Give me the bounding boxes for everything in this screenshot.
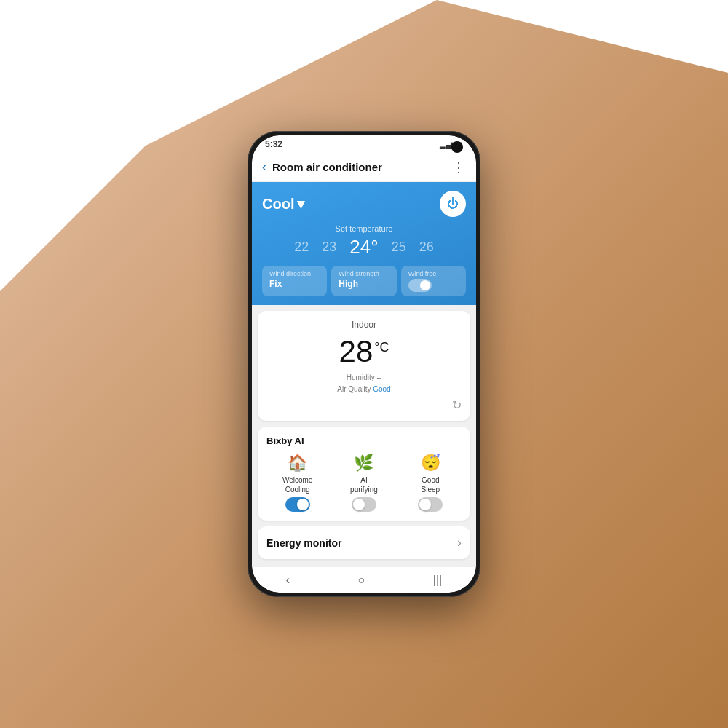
good-sleep-toggle-dot — [419, 499, 431, 510]
wind-free-label: Wind free — [408, 270, 459, 277]
air-quality-label: Air Quality — [337, 385, 373, 393]
indoor-temperature: 28 °C — [266, 334, 462, 369]
temp-26[interactable]: 26 — [419, 240, 434, 255]
ai-purifying-toggle[interactable] — [352, 497, 376, 512]
indoor-title: Indoor — [266, 320, 462, 330]
good-sleep-toggle[interactable] — [418, 497, 443, 512]
indoor-humidity: Humidity -- Air Quality Good — [266, 372, 462, 395]
page-title: Room air conditioner — [272, 161, 452, 173]
nav-back-button[interactable]: ‹ — [286, 574, 290, 587]
mode-text: Cool — [262, 196, 294, 213]
indoor-temp-value: 28 — [339, 334, 373, 369]
nav-recent-button[interactable]: ||| — [433, 574, 442, 587]
ai-purifying-toggle-dot — [353, 499, 365, 510]
welcome-cooling-label: WelcomeCooling — [282, 475, 313, 494]
bixby-feature-ai: 🌿 AIpurifying — [333, 454, 395, 512]
refresh-area: ↻ — [266, 398, 462, 412]
wind-free-toggle-dot — [420, 280, 430, 290]
status-time: 5:32 — [265, 139, 282, 149]
indoor-card: Indoor 28 °C Humidity -- Air Quality Goo… — [258, 311, 470, 421]
wind-strength-card[interactable]: Wind strength High — [331, 266, 396, 296]
menu-button[interactable]: ⋮ — [452, 159, 466, 175]
good-sleep-label: GoodSleep — [422, 475, 440, 494]
bixby-features: 🏠 WelcomeCooling 🌿 AIpurifying — [266, 454, 462, 512]
content-area: Indoor 28 °C Humidity -- Air Quality Goo… — [252, 305, 476, 566]
back-button[interactable]: ‹ — [262, 159, 266, 175]
good-sleep-icon: 😴 — [421, 454, 440, 472]
bottom-nav: ‹ ○ ||| — [252, 566, 476, 593]
ai-purifying-label: AIpurifying — [350, 475, 378, 494]
welcome-cooling-icon: 🏠 — [288, 454, 307, 472]
wind-strength-value: High — [339, 279, 389, 289]
nav-home-button[interactable]: ○ — [358, 574, 365, 587]
bixby-feature-sleep: 😴 GoodSleep — [400, 454, 462, 512]
wind-controls: Wind direction Fix Wind strength High Wi… — [262, 266, 466, 296]
control-panel: Cool ▾ ⏻ Set temperature 22 23 24° — [252, 182, 476, 305]
energy-monitor-card[interactable]: Energy monitor › — [258, 526, 470, 559]
temperature-section: Set temperature 22 23 24° 25 26 — [262, 224, 466, 258]
temp-label: Set temperature — [262, 224, 466, 233]
bixby-card: Bixby AI 🏠 WelcomeCooling 🌿 — [258, 427, 470, 521]
phone-screen: 5:32 ▂▄▆ ▮ ‹ Room air conditioner ⋮ — [252, 135, 476, 593]
wind-free-card: Wind free — [401, 266, 466, 296]
status-bar: 5:32 ▂▄▆ ▮ — [252, 135, 476, 153]
wind-direction-value: Fix — [269, 279, 320, 289]
wind-direction-label: Wind direction — [269, 270, 320, 277]
phone-device: 5:32 ▂▄▆ ▮ ‹ Room air conditioner ⋮ — [248, 131, 480, 597]
camera-hole — [451, 141, 463, 153]
temp-23[interactable]: 23 — [322, 240, 336, 255]
indoor-temp-unit: °C — [374, 340, 389, 355]
scene: 5:32 ▂▄▆ ▮ ‹ Room air conditioner ⋮ — [0, 0, 728, 728]
app-header: ‹ Room air conditioner ⋮ — [252, 153, 476, 182]
refresh-icon[interactable]: ↻ — [452, 398, 462, 412]
power-button[interactable]: ⏻ — [440, 191, 466, 217]
wind-free-toggle-container — [408, 279, 459, 292]
energy-monitor-arrow: › — [457, 535, 462, 550]
ai-purifying-icon: 🌿 — [354, 454, 373, 472]
energy-monitor-title: Energy monitor — [266, 537, 341, 549]
air-quality-value: Good — [373, 385, 390, 393]
mode-arrow-icon: ▾ — [297, 195, 304, 213]
temp-24-active[interactable]: 24° — [349, 236, 378, 258]
bixby-title: Bixby AI — [266, 435, 462, 446]
temperature-row: 22 23 24° 25 26 — [262, 236, 466, 258]
temp-25[interactable]: 25 — [392, 240, 406, 255]
mode-selector[interactable]: Cool ▾ — [262, 195, 304, 213]
welcome-cooling-toggle-dot — [297, 499, 309, 510]
wind-direction-card[interactable]: Wind direction Fix — [262, 266, 327, 296]
power-icon: ⏻ — [447, 197, 459, 210]
wind-strength-label: Wind strength — [339, 270, 389, 277]
bixby-feature-welcome: 🏠 WelcomeCooling — [266, 454, 328, 512]
wind-free-toggle[interactable] — [408, 279, 432, 292]
temp-22[interactable]: 22 — [294, 240, 309, 255]
humidity-text: Humidity -- — [347, 373, 381, 381]
welcome-cooling-toggle[interactable] — [285, 497, 310, 512]
